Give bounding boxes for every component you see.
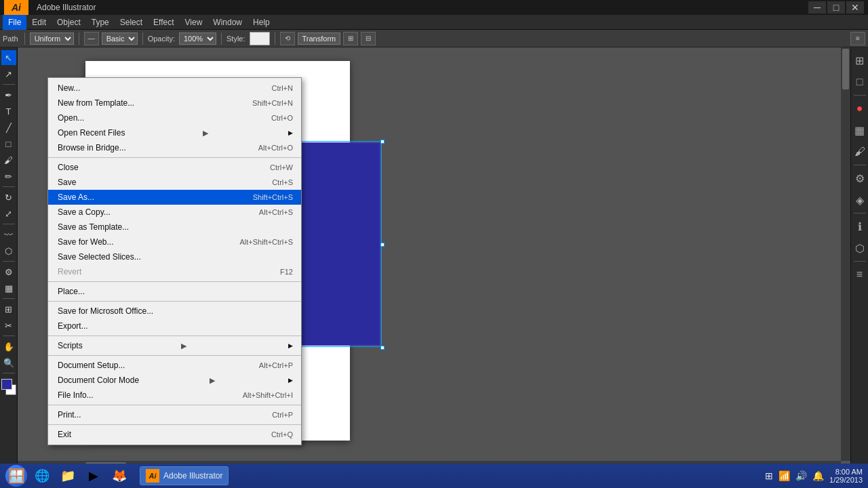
align-btn[interactable]: ⊞ — [343, 32, 358, 45]
menu-save-copy[interactable]: Save a Copy... Alt+Ctrl+S — [48, 205, 301, 220]
zoom-tool[interactable]: 🔍 — [1, 355, 16, 370]
rpanel-sep3 — [854, 213, 866, 214]
warp-tool[interactable]: 〰 — [1, 227, 16, 242]
menu-exit[interactable]: Exit Ctrl+Q — [48, 427, 301, 442]
toolbar-sep1 — [24, 33, 25, 45]
menu-help[interactable]: Help — [248, 15, 275, 30]
menu-edit[interactable]: Edit — [26, 15, 52, 30]
info-icon[interactable]: ℹ — [852, 216, 867, 237]
pathfinder-btn[interactable]: ⊟ — [361, 32, 376, 45]
minimize-button[interactable]: ─ — [808, 1, 826, 14]
graph-tool[interactable]: ▦ — [1, 281, 16, 296]
network-icon[interactable]: 📶 — [778, 470, 790, 481]
media-button[interactable]: ▶ — [83, 465, 104, 487]
artboards-icon[interactable]: □ — [852, 72, 867, 92]
menu-save-slices[interactable]: Save Selected Slices... — [48, 249, 301, 264]
handle-tr[interactable] — [380, 140, 384, 144]
app-logo: Ai — [4, 0, 28, 15]
handle-mr[interactable] — [380, 243, 384, 247]
v-scroll-thumb[interactable] — [842, 49, 849, 89]
menu-open-recent[interactable]: Open Recent Files ▶ — [48, 125, 301, 140]
appearance-icon[interactable]: ⬡ — [852, 238, 867, 258]
menu-save-msoffice[interactable]: Save for Microsoft Office... — [48, 304, 301, 319]
menu-save-template[interactable]: Save as Template... — [48, 220, 301, 235]
pencil-tool[interactable]: ✏ — [1, 169, 16, 184]
menu-print[interactable]: Print... Ctrl+P — [48, 407, 301, 422]
direct-selection-tool[interactable]: ↗ — [1, 66, 16, 81]
style-swatch[interactable] — [250, 32, 270, 45]
menu-browse-bridge[interactable]: Browse in Bridge... Alt+Ctrl+O — [48, 140, 301, 155]
action-center-icon[interactable]: 🔔 — [812, 470, 824, 481]
menu-sep4 — [48, 336, 301, 336]
v-scrollbar[interactable] — [841, 47, 850, 461]
rect-tool[interactable]: □ — [1, 136, 16, 151]
show-desktop-icon[interactable]: ⊞ — [765, 470, 773, 481]
left-toolbar: ↖ ↗ ✒ T ╱ □ 🖌 ✏ ↻ ⤢ 〰 ⬡ ⚙ ▦ ⊞ ✂ ✋ 🔍 — [0, 47, 18, 470]
tool-sep5 — [3, 298, 15, 299]
paintbrush-tool[interactable]: 🖌 — [1, 152, 16, 167]
scale-tool[interactable]: ⤢ — [1, 206, 16, 221]
firefox-button[interactable]: 🦊 — [108, 465, 130, 487]
menu-object[interactable]: Object — [52, 15, 86, 30]
menu-view[interactable]: View — [180, 15, 208, 30]
align-select[interactable]: Uniform — [30, 33, 74, 45]
color-swatches[interactable] — [1, 379, 16, 401]
menu-file[interactable]: File — [3, 15, 26, 30]
artboard-tool[interactable]: ⊞ — [1, 302, 16, 317]
symbols-icon[interactable]: ⚙ — [852, 168, 867, 188]
toolbar-sep5 — [275, 33, 275, 45]
brushes-icon[interactable]: 🖌 — [852, 142, 867, 162]
menu-save-web[interactable]: Save for Web... Alt+Shift+Ctrl+S — [48, 235, 301, 249]
menu-scripts[interactable]: Scripts ▶ — [48, 338, 301, 353]
selection-tool[interactable]: ↖ — [1, 50, 16, 65]
fg-color-swatch[interactable] — [1, 379, 12, 390]
menu-type[interactable]: Type — [86, 15, 115, 30]
line-tool[interactable]: ╱ — [1, 120, 16, 135]
maximize-button[interactable]: □ — [827, 1, 845, 14]
transform-icon[interactable]: ⟲ — [280, 32, 295, 45]
menu-document-color-mode[interactable]: Document Color Mode ▶ — [48, 373, 301, 388]
menu-sep7 — [48, 424, 301, 425]
tool-sep3 — [3, 224, 15, 224]
menu-save[interactable]: Save Ctrl+S — [48, 175, 301, 190]
handle-br[interactable] — [380, 346, 384, 350]
menu-save-as[interactable]: Save As... Shift+Ctrl+S — [48, 190, 301, 205]
transform-btn[interactable]: Transform — [298, 33, 341, 45]
rotate-tool[interactable]: ↻ — [1, 190, 16, 205]
menu-effect[interactable]: Effect — [148, 15, 179, 30]
menu-new[interactable]: New... Ctrl+N — [48, 81, 301, 96]
graphic-styles-icon[interactable]: ◈ — [852, 190, 867, 210]
opacity-select[interactable]: 100% — [179, 33, 216, 45]
ai-taskbar-item[interactable]: Ai Adobe Illustrator — [140, 466, 229, 485]
clock[interactable]: 8:00 AM 1/29/2013 — [829, 468, 863, 484]
arrange-icon[interactable]: ≡ — [850, 32, 865, 45]
menu-place[interactable]: Place... — [48, 284, 301, 299]
ie-button[interactable]: 🌐 — [31, 465, 53, 487]
volume-icon[interactable]: 🔊 — [795, 470, 807, 481]
layers-icon[interactable]: ⊞ — [852, 50, 867, 70]
menu-export[interactable]: Export... — [48, 319, 301, 333]
pen-tool[interactable]: ✒ — [1, 87, 16, 102]
slice-tool[interactable]: ✂ — [1, 318, 16, 333]
start-button[interactable]: 🪟 — [5, 465, 27, 487]
menu-window[interactable]: Window — [208, 15, 248, 30]
swatches-icon[interactable]: ▦ — [852, 120, 867, 140]
expand-panel-icon[interactable]: ≡ — [852, 264, 867, 285]
explorer-button[interactable]: 📁 — [57, 465, 79, 487]
menu-select[interactable]: Select — [115, 15, 148, 30]
symbol-tool[interactable]: ⚙ — [1, 264, 16, 279]
color-icon[interactable]: ● — [852, 98, 867, 119]
type-tool[interactable]: T — [1, 104, 16, 119]
menu-document-setup[interactable]: Document Setup... Alt+Ctrl+P — [48, 358, 301, 373]
menu-file-info[interactable]: File Info... Alt+Shift+Ctrl+I — [48, 388, 301, 403]
menu-sep1 — [48, 157, 301, 158]
close-button[interactable]: ✕ — [846, 1, 864, 14]
style-select[interactable]: Basic — [102, 33, 138, 45]
menu-close[interactable]: Close Ctrl+W — [48, 160, 301, 175]
menu-new-template[interactable]: New from Template... Shift+Ctrl+N — [48, 96, 301, 110]
stroke-icon[interactable]: — — [84, 32, 99, 45]
menu-open[interactable]: Open... Ctrl+O — [48, 110, 301, 125]
blend-tool[interactable]: ⬡ — [1, 243, 16, 258]
main-area: ↖ ↗ ✒ T ╱ □ 🖌 ✏ ↻ ⤢ 〰 ⬡ ⚙ ▦ ⊞ ✂ ✋ 🔍 — [0, 47, 868, 470]
hand-tool[interactable]: ✋ — [1, 339, 16, 354]
